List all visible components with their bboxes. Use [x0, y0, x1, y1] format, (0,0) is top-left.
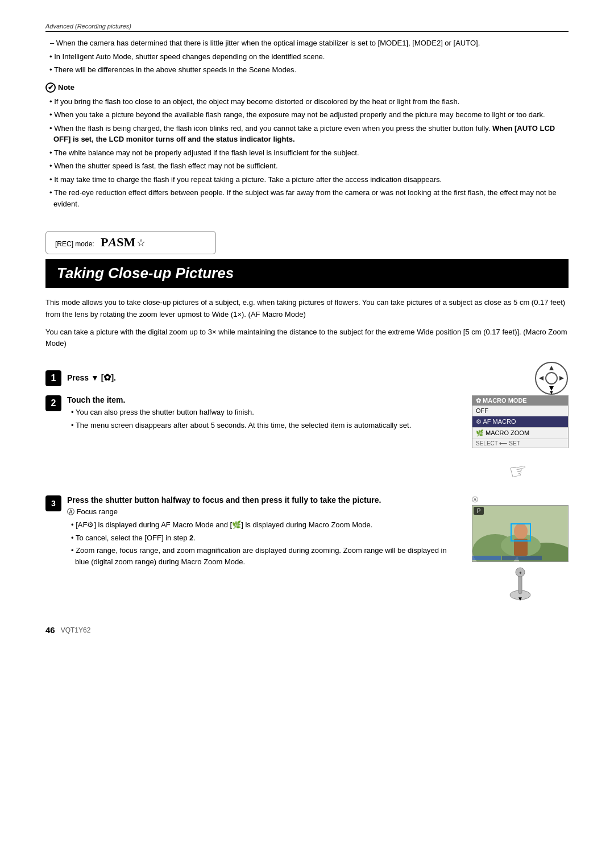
step-2-title: Touch the item.	[67, 395, 460, 404]
note-bullet-3: • When the flash is being charged, the f…	[45, 123, 569, 145]
camera-viewfinder: P	[472, 506, 569, 562]
preview-label-a: Ⓐ	[472, 495, 569, 504]
mode-s: S	[117, 235, 123, 249]
svg-point-1	[546, 373, 557, 384]
page-number: 46	[45, 625, 55, 635]
focus-range-label: Ⓐ Focus range	[67, 507, 460, 517]
svg-text:✦: ✦	[518, 571, 522, 576]
body-text-2: You can take a picture with the digital …	[45, 326, 569, 350]
category-label: Advanced (Recording pictures)	[45, 23, 131, 30]
step-3-bullet-1: • [AF⚙] is displayed during AF Macro Mod…	[67, 519, 460, 531]
intro-section: – When the camera has determined that th…	[45, 38, 569, 76]
svg-marker-2	[549, 366, 554, 370]
step-2-row: 2 Touch the item. • You can also press t…	[45, 395, 569, 485]
svg-rect-18	[502, 556, 542, 560]
step-2-bullets: • You can also press the shutter button …	[67, 407, 460, 431]
joystick-icon-area: ✦ ▼	[506, 567, 534, 602]
step-3-bullets: • [AF⚙] is displayed during AF Macro Mod…	[67, 519, 460, 567]
note-bullet-2: • When you take a picture beyond the ava…	[45, 109, 569, 121]
dash-item: – When the camera has determined that th…	[45, 38, 569, 49]
step-2-icon-area: ✿ MACRO MODE OFF ⚙ AF MACRO 🌿 MACRO ZOOM…	[472, 395, 569, 485]
note-bullet-7: • The red-eye reduction effect differs b…	[45, 187, 569, 209]
step-3-icon-area: Ⓐ P	[472, 495, 569, 602]
macro-mode-screen: ✿ MACRO MODE OFF ⚙ AF MACRO 🌿 MACRO ZOOM…	[472, 395, 569, 448]
step-1-title: Press ▼ [✿].	[67, 372, 116, 383]
svg-marker-5	[559, 376, 564, 381]
note-icon: ✔	[45, 82, 56, 93]
mode-a: A	[109, 235, 117, 249]
page-header: Advanced (Recording pictures)	[45, 23, 569, 32]
mode-p: P	[101, 235, 108, 249]
macro-row-af: ⚙ AF MACRO	[472, 416, 568, 428]
hand-icon: ☞	[506, 455, 534, 483]
step-3-bullet-2: • To cancel, select the [OFF] in step 2.	[67, 532, 460, 544]
rec-mode-label: [REC] mode: PASM☆	[55, 236, 206, 249]
steps-area: 1 Press ▼ [✿]. ▼	[45, 361, 569, 602]
note-title: Note	[58, 83, 74, 92]
note-bullet-1: • If you bring the flash too close to an…	[45, 96, 569, 108]
svg-marker-4	[539, 376, 544, 381]
note-bullets: • If you bring the flash too close to an…	[45, 96, 569, 210]
section-title: Taking Close-up Pictures	[57, 264, 557, 282]
intro-bullet1: • In Intelligent Auto Mode, shutter spee…	[45, 51, 569, 63]
svg-rect-17	[472, 556, 501, 560]
step-3-title: Press the shutter button halfway to focu…	[67, 495, 460, 505]
nav-wheel-icon: ▼	[534, 361, 569, 395]
note-bullet-4: • The white balance may not be properly …	[45, 147, 569, 159]
step-1-number: 1	[45, 370, 61, 386]
macro-screen-header: ✿ MACRO MODE	[472, 396, 568, 406]
step-1-row: 1 Press ▼ [✿]. ▼	[45, 361, 569, 395]
svg-text:P: P	[477, 508, 481, 514]
step-2-content: Touch the item. • You can also press the…	[67, 395, 460, 432]
mode-m: M	[123, 235, 135, 249]
body-text-1: This mode allows you to take close-up pi…	[45, 297, 569, 321]
step-3-bullet-3: • Zoom range, focus range, and zoom magn…	[67, 545, 460, 567]
step-3-content: Press the shutter button halfway to focu…	[67, 495, 460, 569]
section-title-block: Taking Close-up Pictures	[45, 259, 569, 288]
step-2-number: 2	[45, 395, 61, 411]
svg-text:▼: ▼	[549, 390, 554, 395]
step-2-bullet-2: • The menu screen disappears after about…	[67, 420, 460, 431]
rec-mode-icons: PASM☆	[101, 240, 146, 248]
step-2-bullet-1: • You can also press the shutter button …	[67, 407, 460, 418]
rec-mode-text: [REC] mode:	[55, 240, 94, 248]
note-section: ✔ Note • If you bring the flash too clos…	[45, 82, 569, 210]
step-3-number: 3	[45, 495, 61, 511]
intro-bullet2: • There will be differences in the above…	[45, 64, 569, 76]
camera-preview-container: Ⓐ P	[472, 495, 569, 562]
svg-point-12	[514, 523, 528, 539]
mode-special: ☆	[136, 237, 146, 249]
step-1-content: Press ▼ [✿].	[67, 372, 116, 385]
page-code: VQT1Y62	[61, 626, 91, 634]
svg-text:▼: ▼	[517, 596, 523, 601]
note-bullet-6: • It may take time to charge the flash i…	[45, 174, 569, 185]
svg-text:☞: ☞	[507, 458, 529, 483]
macro-screen-footer: SELECT ⟵ SET	[472, 439, 568, 448]
joystick-icon: ✦ ▼	[506, 567, 534, 601]
macro-row-off: OFF	[472, 406, 568, 416]
rec-mode-box: [REC] mode: PASM☆	[45, 231, 216, 254]
page-footer: 46 VQT1Y62	[45, 625, 569, 635]
step-1-icon-area: ▼	[534, 361, 569, 395]
note-bullet-5: • When the shutter speed is fast, the fl…	[45, 160, 569, 172]
step-3-row: 3 Press the shutter button halfway to fo…	[45, 495, 569, 602]
camera-preview: P	[472, 505, 569, 562]
macro-row-zoom: 🌿 MACRO ZOOM	[472, 428, 568, 439]
